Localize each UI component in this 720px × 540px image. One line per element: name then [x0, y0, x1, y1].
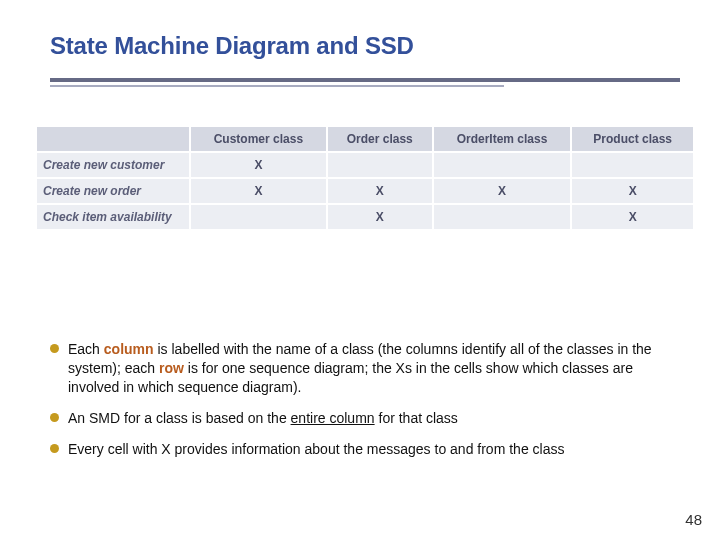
- table-header-customer: Customer class: [190, 126, 327, 152]
- table-row: Create new customer X: [36, 152, 694, 178]
- rule-thin: [50, 85, 504, 87]
- row-label: Create new order: [36, 178, 190, 204]
- table-header-blank: [36, 126, 190, 152]
- table-header-orderitem: OrderItem class: [433, 126, 572, 152]
- cell: X: [327, 204, 433, 230]
- bullet-3: Every cell with X provides information a…: [50, 440, 680, 459]
- cell: X: [433, 178, 572, 204]
- cell: [571, 152, 694, 178]
- class-matrix-table-wrap: Customer class Order class OrderItem cla…: [35, 125, 695, 231]
- table-header-row: Customer class Order class OrderItem cla…: [36, 126, 694, 152]
- slide: State Machine Diagram and SSD Customer c…: [0, 0, 720, 540]
- table-header-order: Order class: [327, 126, 433, 152]
- table-row: Create new order X X X X: [36, 178, 694, 204]
- slide-number: 48: [685, 511, 702, 528]
- bullet-2: An SMD for a class is based on the entir…: [50, 409, 680, 428]
- cell: X: [190, 178, 327, 204]
- cell: [327, 152, 433, 178]
- bullet-1-column-word: column: [104, 341, 154, 357]
- cell: X: [571, 178, 694, 204]
- bullet-1-row-word: row: [159, 360, 184, 376]
- slide-title: State Machine Diagram and SSD: [50, 32, 680, 60]
- title-rule: [50, 78, 680, 87]
- bullet-list: Each column is labelled with the name of…: [50, 340, 680, 470]
- cell: [433, 152, 572, 178]
- class-matrix-table: Customer class Order class OrderItem cla…: [35, 125, 695, 231]
- cell: X: [190, 152, 327, 178]
- bullet-2-pre: An SMD for a class is based on the: [68, 410, 291, 426]
- rule-thick: [50, 78, 680, 82]
- bullet-2-underline: entire column: [291, 410, 375, 426]
- cell: X: [571, 204, 694, 230]
- cell: X: [327, 178, 433, 204]
- bullet-1: Each column is labelled with the name of…: [50, 340, 680, 397]
- table-header-product: Product class: [571, 126, 694, 152]
- row-label: Create new customer: [36, 152, 190, 178]
- row-label: Check item availability: [36, 204, 190, 230]
- bullet-1-lead: Each: [68, 341, 104, 357]
- cell: [190, 204, 327, 230]
- table-row: Check item availability X X: [36, 204, 694, 230]
- cell: [433, 204, 572, 230]
- bullet-2-post: for that class: [375, 410, 458, 426]
